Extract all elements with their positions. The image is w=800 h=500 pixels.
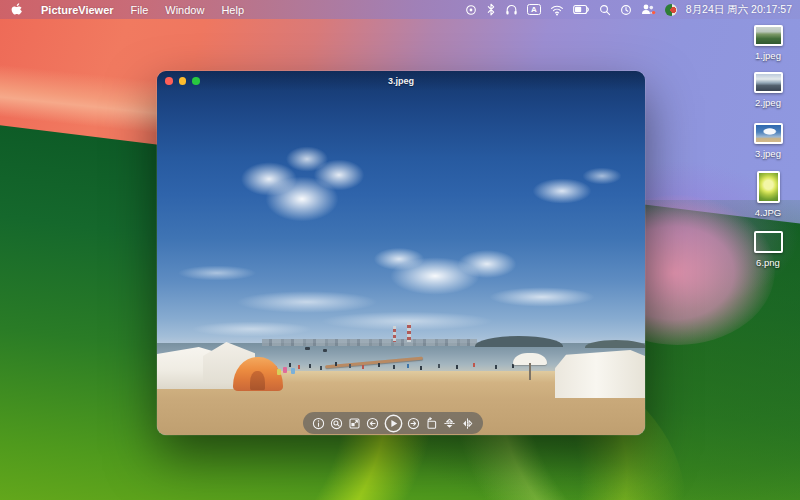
magnifier-icon <box>330 417 343 430</box>
record-circle-icon <box>465 4 477 16</box>
input-source-menu-extra[interactable]: A <box>527 4 541 15</box>
apple-icon <box>11 3 24 17</box>
viewer-toolbar <box>303 412 483 434</box>
photo-orange-tent-door <box>250 371 265 390</box>
info-icon <box>312 417 325 430</box>
battery-menu-extra[interactable] <box>573 3 590 17</box>
flip-horizontal-button[interactable] <box>461 417 474 430</box>
desktop-icon-3jpeg[interactable]: 3.jpeg <box>736 123 800 159</box>
previous-arrow-icon <box>366 417 379 430</box>
battery-icon <box>573 4 590 15</box>
photo-beach-scene <box>157 71 645 435</box>
photo-chimney <box>407 322 411 342</box>
clock-icon <box>620 4 632 16</box>
actual-size-button[interactable] <box>348 417 361 430</box>
flip-horizontal-icon <box>461 417 474 430</box>
menu-app-name[interactable]: PictureViewer <box>41 4 114 16</box>
headphones-icon <box>505 3 518 16</box>
thumbnail-3jpeg[interactable] <box>754 123 783 144</box>
flag-menu-extra[interactable] <box>665 4 677 16</box>
zoom-button[interactable] <box>330 417 343 430</box>
desktop-icon-label: 2.jpeg <box>755 97 781 108</box>
photo-ship <box>305 347 310 350</box>
actual-size-icon <box>348 417 361 430</box>
desktop-icon-1jpeg[interactable]: 1.jpeg <box>736 25 800 61</box>
search-icon <box>599 4 611 16</box>
desktop-icon-4jpg[interactable]: 4.JPG <box>736 171 800 218</box>
clock-menu-extra[interactable] <box>620 3 632 17</box>
record-circle-menu-extra[interactable] <box>465 3 477 17</box>
play-slideshow-button[interactable] <box>384 414 403 433</box>
menu-bar: PictureViewer File Window Help A <box>0 0 800 19</box>
apple-menu[interactable] <box>11 3 24 17</box>
photo-city-skyline <box>262 339 477 346</box>
photo-hill <box>585 340 645 348</box>
next-arrow-icon <box>407 417 420 430</box>
thumbnail-1jpeg[interactable] <box>754 25 783 46</box>
wifi-menu-extra[interactable] <box>550 3 564 17</box>
menu-help[interactable]: Help <box>221 4 244 16</box>
thumbnail-2jpeg[interactable] <box>754 72 783 93</box>
user-switch-icon <box>641 3 656 16</box>
picture-viewer-window[interactable]: 3.jpeg <box>157 71 645 435</box>
bluetooth-menu-extra[interactable] <box>486 3 496 17</box>
info-button[interactable] <box>312 417 325 430</box>
menu-window[interactable]: Window <box>165 4 204 16</box>
desktop-icon-2jpeg[interactable]: 2.jpeg <box>736 72 800 108</box>
photo-umbrella-pole <box>529 363 531 380</box>
desktop-icon-label: 3.jpeg <box>755 148 781 159</box>
rotate-button[interactable] <box>425 417 438 430</box>
desktop-icon-label: 6.png <box>756 257 780 268</box>
thumbnail-6png[interactable] <box>754 231 783 253</box>
bluetooth-icon <box>486 3 496 16</box>
photo-white-tent-right <box>555 350 645 398</box>
flip-vertical-button[interactable] <box>443 417 456 430</box>
spotlight-menu-extra[interactable] <box>599 3 611 17</box>
wifi-icon <box>550 4 564 16</box>
photo-chimney <box>393 326 396 342</box>
photo-beach-items <box>283 367 287 373</box>
previous-button[interactable] <box>366 417 379 430</box>
desktop-icon-label: 1.jpeg <box>755 50 781 61</box>
next-button[interactable] <box>407 417 420 430</box>
window-title: 3.jpeg <box>157 76 645 86</box>
desktop-icon-label: 4.JPG <box>755 207 781 218</box>
photo-ship <box>323 349 327 352</box>
user-switch-menu-extra[interactable] <box>641 3 656 17</box>
desktop-icon-6png[interactable]: 6.png <box>736 231 800 268</box>
window-titlebar[interactable]: 3.jpeg <box>157 71 645 91</box>
menu-file[interactable]: File <box>131 4 149 16</box>
menu-bar-clock[interactable]: 8月24日 周六 20:17:57 <box>686 3 792 17</box>
flip-vertical-icon <box>443 417 456 430</box>
play-icon <box>384 414 403 433</box>
headphones-menu-extra[interactable] <box>505 3 518 17</box>
thumbnail-4jpg[interactable] <box>757 171 780 203</box>
rotate-icon <box>425 417 438 430</box>
